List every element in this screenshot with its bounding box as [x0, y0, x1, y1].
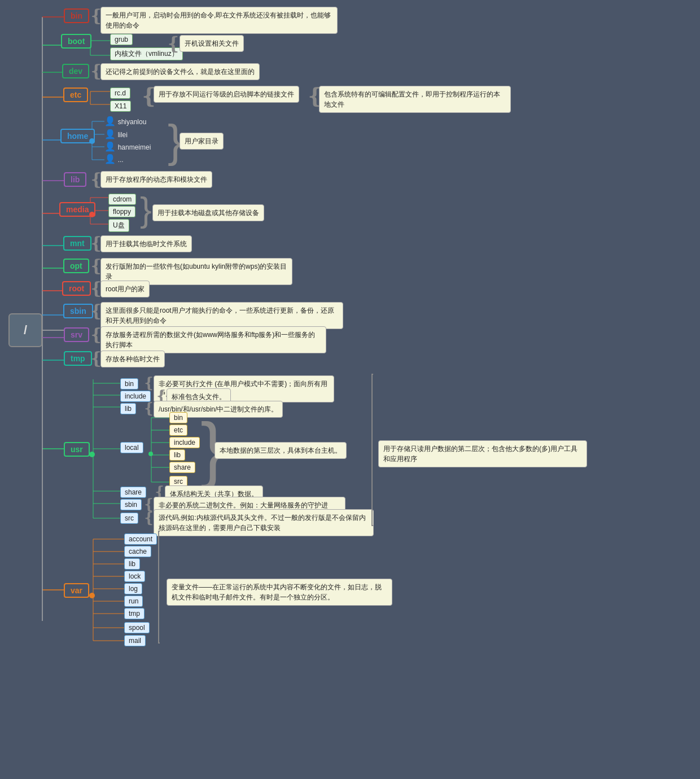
dir-lib: lib	[64, 172, 86, 187]
home-user-shiyanlou: 👤 shiyanlou	[104, 116, 146, 126]
var-account: account	[124, 533, 157, 545]
var-run: run	[124, 596, 143, 607]
var-cache: cache	[124, 546, 151, 557]
var-desc: 变量文件——在正常运行的系统中其内容不断变化的文件，如日志，脱机文件和临时电子邮…	[167, 579, 392, 606]
var-lock: lock	[124, 571, 145, 582]
home-user-lilei: 👤 lilei	[104, 129, 128, 139]
lib-desc: 用于存放程序的动态库和模块文件	[100, 171, 212, 188]
home-user-more: 👤 ...	[104, 154, 124, 164]
mnt-desc: 用于挂载其他临时文件系统	[100, 235, 192, 252]
dir-etc: etc	[63, 87, 88, 102]
usr-bin: bin	[120, 378, 138, 390]
usr-lib: lib	[120, 403, 136, 414]
bin-desc: 一般用户可用，启动时会用到的命令,即在文件系统还没有被挂载时，也能够使用的命令	[100, 7, 338, 34]
dir-bin: bin	[64, 8, 89, 23]
usr-local: local	[120, 442, 143, 453]
usr-src-desc: 源代码,例如:内核源代码及其头文件。不过一般的发行版是不会保留内核源码在这里的，…	[154, 509, 374, 536]
srv-desc: 存放服务进程所需的数据文件(如www网络服务和ftp服务)和一些服务的执行脚本	[100, 326, 326, 353]
usr-local-desc: 本地数据的第三层次，具体到本台主机。	[215, 442, 347, 459]
dir-srv: srv	[64, 327, 89, 342]
etc-x11: X11	[110, 100, 131, 112]
dir-mnt: mnt	[63, 236, 91, 251]
boot-desc: 开机设置相关文件	[180, 35, 244, 52]
dir-opt: opt	[63, 259, 89, 273]
local-etc: etc	[169, 424, 187, 436]
root-label: /	[24, 323, 27, 338]
sbin-desc: 这里面很多只能是root用户才能执行的命令，一些系统进行更新，备份，还原和开关机…	[100, 302, 343, 329]
usr-sbin: sbin	[120, 499, 142, 510]
usr-src: src	[120, 513, 138, 524]
local-share: share	[169, 462, 195, 473]
usr-desc: 用于存储只读用户数据的第二层次；包含他大多数的(多)用户工具和应用程序	[378, 440, 587, 467]
boot-bracket: ❴	[166, 33, 181, 54]
local-bin: bin	[169, 412, 187, 423]
media-usb: U盘	[108, 219, 129, 232]
etc-rcd: rc.d	[110, 87, 130, 99]
media-dot	[89, 212, 95, 217]
home-user-hanmeimei: 👤 hanmeimei	[104, 141, 151, 152]
var-dot	[89, 593, 95, 598]
media-floppy: floppy	[108, 206, 135, 217]
media-desc: 用于挂载本地磁盘或其他存储设备	[152, 204, 264, 221]
dev-desc: 还记得之前提到的设备文件么，就是放在这里面的	[100, 63, 260, 80]
dir-usr: usr	[64, 442, 90, 457]
media-bracket: }	[140, 192, 152, 227]
dir-tmp: tmp	[64, 351, 92, 366]
home-dot	[89, 138, 95, 144]
usr-outer-bracket	[371, 374, 373, 526]
dir-var: var	[64, 583, 89, 598]
root-desc: root用户的家	[100, 281, 150, 297]
var-bracket	[158, 531, 160, 644]
var-spool: spool	[124, 622, 150, 633]
root-node: /	[8, 313, 42, 347]
local-lib: lib	[169, 449, 185, 461]
usr-dot	[89, 452, 95, 457]
tmp-desc: 存放各种临时文件	[100, 351, 165, 367]
usr-local-dot	[148, 452, 153, 456]
dir-dev: dev	[62, 64, 89, 78]
etc-sub-desc: 用于存放不同运行等级的启动脚本的链接文件	[154, 86, 299, 103]
var-log: log	[124, 583, 142, 594]
var-tmp: tmp	[124, 608, 145, 619]
var-lib: lib	[124, 558, 140, 570]
dir-sbin: sbin	[63, 304, 93, 318]
dir-root: root	[62, 281, 91, 296]
var-mail: mail	[124, 635, 146, 646]
media-cdrom: cdrom	[108, 194, 136, 205]
local-include: include	[169, 437, 200, 448]
boot-grub: grub	[110, 34, 133, 45]
dir-boot: boot	[61, 34, 91, 49]
etc-desc: 包含系统特有的可编辑配置文件，即用于控制程序运行的本地文件	[319, 86, 511, 113]
home-desc: 用户家目录	[180, 133, 224, 150]
